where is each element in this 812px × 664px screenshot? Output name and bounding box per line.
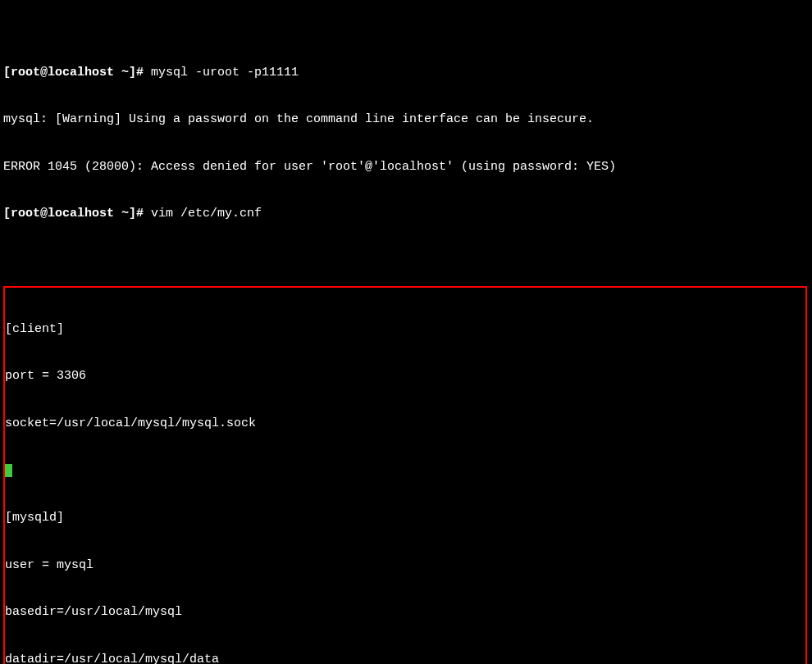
shell-command: mysql -uroot -p11111 (144, 66, 299, 80)
config-line: basedir=/usr/local/mysql (5, 604, 805, 620)
config-line (5, 462, 805, 478)
config-line: user = mysql (5, 557, 805, 573)
terminal-window[interactable]: [root@localhost ~]# mysql -uroot -p11111… (0, 0, 812, 664)
terminal-line: mysql: [Warning] Using a password on the… (3, 111, 809, 127)
shell-prompt: [root@localhost ~]# (3, 207, 144, 221)
config-line: datadir=/usr/local/mysql/data (5, 652, 805, 664)
config-line: socket=/usr/local/mysql/mysql.sock (5, 416, 805, 431)
terminal-line: [root@localhost ~]# mysql -uroot -p11111 (3, 65, 809, 80)
shell-command: vim /etc/my.cnf (144, 207, 262, 221)
config-file-content: [client] port = 3306 socket=/usr/local/m… (3, 286, 807, 664)
config-line: [mysqld] (5, 510, 805, 525)
terminal-line: [root@localhost ~]# vim /etc/my.cnf (3, 206, 809, 221)
shell-prompt: [root@localhost ~]# (3, 66, 144, 80)
config-line: port = 3306 (5, 368, 805, 384)
config-line: [client] (5, 321, 805, 337)
terminal-line: ERROR 1045 (28000): Access denied for us… (3, 159, 809, 175)
editor-cursor (5, 464, 12, 477)
